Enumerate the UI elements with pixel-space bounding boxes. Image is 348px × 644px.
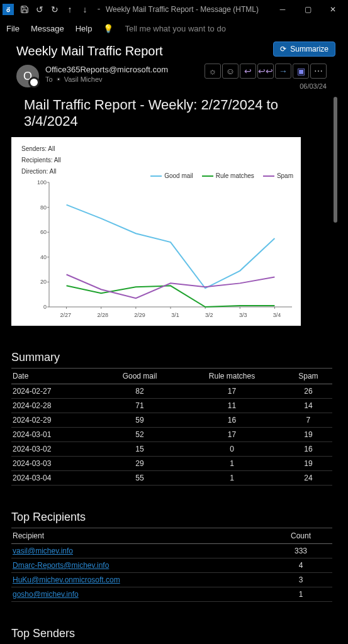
up-arrow-icon[interactable]: ↑ bbox=[63, 3, 77, 16]
recipient-link[interactable]: gosho@michev.info bbox=[13, 590, 79, 599]
maximize-button[interactable]: ▢ bbox=[295, 0, 320, 19]
cell-spam: 19 bbox=[284, 428, 332, 442]
cell-rule: 11 bbox=[179, 399, 284, 413]
cell-good: 55 bbox=[100, 471, 179, 486]
y-tick: 100 bbox=[37, 179, 47, 186]
recipient-link[interactable]: HuKu@michev.onmicrosoft.com bbox=[13, 575, 120, 584]
sun-icon[interactable]: ☼ bbox=[205, 64, 221, 79]
table-row: gosho@michev.info 1 bbox=[11, 587, 332, 602]
cell-rule: 1 bbox=[179, 471, 284, 486]
tell-me-input[interactable]: Tell me what you want to do bbox=[125, 24, 225, 33]
menu-file[interactable]: File bbox=[6, 24, 20, 33]
cell-rule: 16 bbox=[179, 413, 284, 428]
table-row: 2024-02-29 59 16 7 bbox=[11, 413, 332, 428]
cell-good: 15 bbox=[100, 442, 179, 457]
cell-spam: 14 bbox=[284, 399, 332, 413]
cell-date: 2024-03-03 bbox=[11, 457, 100, 471]
legend-rule: Rule matches bbox=[216, 172, 254, 179]
table-row: vasil@michev.info 333 bbox=[11, 544, 332, 558]
table-row: 2024-02-27 82 17 26 bbox=[11, 384, 332, 399]
to-label: To bbox=[45, 75, 53, 83]
table-row: Dmarc-Reports@michev.info 4 bbox=[11, 558, 332, 573]
top-recipients-heading: Top Recipients bbox=[11, 511, 332, 524]
cell-recipient: vasil@michev.info bbox=[11, 544, 269, 558]
reply-icon[interactable]: ↩ bbox=[240, 64, 256, 79]
col-spam: Spam bbox=[284, 369, 332, 384]
to-name[interactable]: Vasil Michev bbox=[64, 75, 103, 83]
scrollbar[interactable] bbox=[334, 97, 337, 223]
x-tick: 3/2 bbox=[205, 312, 213, 318]
cell-date: 2024-03-01 bbox=[11, 428, 100, 442]
window-controls: ─ ▢ ✕ bbox=[270, 0, 345, 19]
col-good: Good mail bbox=[100, 369, 179, 384]
save-icon[interactable] bbox=[18, 3, 31, 16]
smiley-icon[interactable]: ☺ bbox=[222, 64, 239, 79]
x-tick: 3/3 bbox=[239, 312, 247, 318]
cell-good: 82 bbox=[100, 384, 179, 399]
chart-filters: Senders: All Recipients: All Direction: … bbox=[21, 143, 61, 177]
menu-bar: File Message Help 💡 Tell me what you wan… bbox=[0, 19, 348, 38]
teams-icon[interactable]: ▣ bbox=[293, 64, 309, 79]
top-senders-heading: Top Senders bbox=[11, 627, 332, 640]
recipient-link[interactable]: vasil@michev.info bbox=[13, 547, 73, 555]
cell-rule: 17 bbox=[179, 384, 284, 399]
undo-icon[interactable]: ↺ bbox=[33, 3, 47, 16]
minimize-button[interactable]: ─ bbox=[270, 0, 295, 19]
cell-date: 2024-02-27 bbox=[11, 384, 100, 399]
legend-good: Good mail bbox=[164, 172, 193, 179]
filter-senders: Senders: All bbox=[21, 143, 61, 155]
table-row: 2024-03-03 29 1 19 bbox=[11, 457, 332, 471]
cell-good: 71 bbox=[100, 399, 179, 413]
col-recipient: Recipient bbox=[11, 528, 269, 544]
close-button[interactable]: ✕ bbox=[320, 0, 345, 19]
message-date: 06/03/24 bbox=[300, 82, 327, 90]
chart-legend: Good mail Rule matches Spam bbox=[150, 172, 293, 179]
separator: ⁃ bbox=[97, 5, 101, 14]
cell-spam: 24 bbox=[284, 471, 332, 486]
y-tick: 20 bbox=[40, 279, 47, 285]
col-count: Count bbox=[269, 528, 332, 544]
cell-spam: 26 bbox=[284, 384, 332, 399]
x-tick: 3/1 bbox=[171, 312, 179, 318]
y-tick: 80 bbox=[40, 204, 47, 211]
x-tick: 2/28 bbox=[97, 312, 108, 318]
summarize-button[interactable]: Summarize bbox=[273, 42, 335, 57]
traffic-chart: Senders: All Recipients: All Direction: … bbox=[11, 137, 301, 326]
lightbulb-icon[interactable]: 💡 bbox=[103, 24, 113, 33]
report-title: Mail Traffic Report - Weekly: 2/27/2024 … bbox=[24, 97, 332, 130]
message-header: O Office365Reports@microsoft.com To Vasi… bbox=[16, 65, 329, 87]
sender-avatar[interactable]: O bbox=[16, 65, 39, 87]
title-bar: o⃗ ↺ ↻ ↑ ↓ ⁃ Weekly Mail Traffic Report … bbox=[0, 0, 348, 19]
reply-all-icon[interactable]: ↩↩ bbox=[257, 64, 274, 79]
from-address[interactable]: Office365Reports@microsoft.com bbox=[45, 65, 168, 74]
cell-date: 2024-02-29 bbox=[11, 413, 100, 428]
table-row: 2024-03-01 52 17 19 bbox=[11, 428, 332, 442]
recipient-link[interactable]: Dmarc-Reports@michev.info bbox=[13, 561, 109, 570]
quick-access-toolbar: ↺ ↻ ↑ ↓ bbox=[18, 3, 92, 16]
cell-good: 52 bbox=[100, 428, 179, 442]
filter-recipients: Recipients: All bbox=[21, 155, 61, 166]
redo-icon[interactable]: ↻ bbox=[48, 3, 62, 16]
menu-help[interactable]: Help bbox=[76, 24, 93, 33]
table-row: 2024-03-02 15 0 16 bbox=[11, 442, 332, 457]
col-rule: Rule matches bbox=[179, 369, 284, 384]
menu-message[interactable]: Message bbox=[31, 24, 64, 33]
cell-spam: 7 bbox=[284, 413, 332, 428]
filter-direction: Direction: All bbox=[21, 166, 61, 177]
cell-count: 1 bbox=[269, 587, 332, 602]
top-recipients-table: Recipient Count vasil@michev.info 333Dma… bbox=[11, 528, 332, 602]
x-tick: 2/27 bbox=[60, 312, 72, 318]
y-axis: 020406080100 bbox=[30, 182, 49, 307]
forward-icon[interactable]: → bbox=[275, 64, 291, 79]
y-tick: 40 bbox=[40, 254, 47, 260]
x-tick: 3/4 bbox=[273, 312, 281, 318]
cell-recipient: gosho@michev.info bbox=[11, 587, 269, 602]
cell-date: 2024-03-04 bbox=[11, 471, 100, 486]
cell-count: 4 bbox=[269, 558, 332, 573]
down-arrow-icon[interactable]: ↓ bbox=[78, 3, 92, 16]
summarize-label: Summarize bbox=[290, 45, 328, 53]
chart-axes: 020406080100 2/272/282/293/13/23/33/4 bbox=[30, 182, 292, 307]
message-action-tray: ☼ ☺ ↩ ↩↩ → ▣ ⋯ bbox=[205, 64, 327, 79]
cell-count: 333 bbox=[269, 544, 332, 558]
more-icon[interactable]: ⋯ bbox=[310, 64, 327, 79]
